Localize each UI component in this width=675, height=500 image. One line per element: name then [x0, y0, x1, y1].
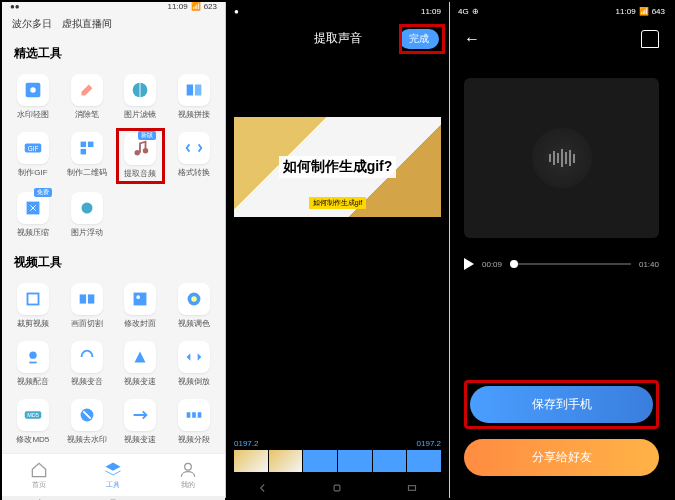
- badge: 免费: [34, 188, 52, 197]
- tool-split[interactable]: 画面切割: [62, 279, 112, 333]
- tool-speed[interactable]: 视频变速: [116, 337, 166, 391]
- header-tabs: 波尔多日 虚拟直播间: [2, 11, 225, 37]
- tool-label: 画面切割: [71, 318, 103, 329]
- time-total: 01:40: [639, 260, 659, 269]
- home-icon: [29, 460, 49, 480]
- play-button-icon[interactable]: [464, 258, 474, 270]
- tool-dub[interactable]: 视频配音: [8, 337, 58, 391]
- nav-me[interactable]: 我的: [178, 460, 198, 490]
- tool-label: 制作二维码: [67, 167, 107, 178]
- vjoin-icon: [178, 74, 210, 106]
- tool-label: 提取音频: [124, 168, 156, 179]
- share-button[interactable]: 分享给好友: [464, 439, 659, 476]
- speed2-icon: [124, 399, 156, 431]
- float-icon: [71, 192, 103, 224]
- status-bar: ● 11:09: [226, 2, 449, 20]
- extract-header: 提取声音 完成: [226, 20, 449, 57]
- highlight-done: [399, 24, 445, 54]
- tool-eraser[interactable]: 消除笔: [62, 70, 112, 124]
- tool-convert[interactable]: 格式转换: [169, 128, 219, 184]
- tab-1[interactable]: 波尔多日: [12, 17, 52, 31]
- nav-home-icon[interactable]: [106, 496, 120, 500]
- tool-label: 视频配音: [17, 376, 49, 387]
- save-button[interactable]: 保存到手机: [470, 386, 653, 423]
- tool-qr[interactable]: 制作二维码: [62, 128, 112, 184]
- phone-3-result: 4G⊕ 11:09📶643 ← 00:09: [450, 2, 673, 498]
- tab-2[interactable]: 虚拟直播间: [62, 17, 112, 31]
- audio-visualizer: [464, 78, 659, 238]
- tool-crop[interactable]: 裁剪视频: [8, 279, 58, 333]
- page-title: 提取声音: [314, 30, 362, 47]
- tool-vjoin[interactable]: 视频拼接: [169, 70, 219, 124]
- tool-label: 视频去水印: [67, 434, 107, 445]
- tool-label: 视频拼接: [178, 109, 210, 120]
- color-icon: [178, 283, 210, 315]
- nav-recent-icon[interactable]: [405, 481, 419, 495]
- tool-music[interactable]: 提取音频新版: [116, 128, 166, 184]
- tool-label: 制作GIF: [18, 167, 47, 178]
- tool-speed2[interactable]: 视频变速: [116, 395, 166, 449]
- tool-label: 视频倒放: [178, 376, 210, 387]
- svg-rect-8: [80, 149, 86, 155]
- nav-home-icon[interactable]: [330, 481, 344, 495]
- voice-icon: [71, 341, 103, 373]
- filter-icon: [124, 74, 156, 106]
- tool-seg[interactable]: 视频分段: [169, 395, 219, 449]
- eraser-icon: [71, 74, 103, 106]
- convert-icon: [178, 132, 210, 164]
- timeline-thumbs[interactable]: [234, 450, 441, 472]
- nav-home[interactable]: 首页: [29, 460, 49, 490]
- tool-gif[interactable]: GIF制作GIF: [8, 128, 58, 184]
- svg-point-1: [30, 87, 36, 93]
- system-nav: [2, 496, 225, 500]
- nav-tools[interactable]: 工具: [103, 460, 123, 490]
- nav-back-icon[interactable]: [32, 496, 46, 500]
- progress-bar[interactable]: [510, 263, 631, 265]
- phone-1-tools: ●● 11:09📶623 波尔多日 虚拟直播间 精选工具 水印轻图消除笔图片滤镜…: [2, 2, 226, 498]
- timeline[interactable]: 0197.2 0197.2: [234, 439, 441, 472]
- badge: 新版: [138, 131, 156, 140]
- tool-label: 视频调色: [178, 318, 210, 329]
- time-current: 00:09: [482, 260, 502, 269]
- svg-point-27: [184, 463, 191, 470]
- svg-point-19: [191, 296, 197, 302]
- tool-float[interactable]: 图片浮动: [62, 188, 112, 242]
- highlight-save: 保存到手机: [464, 380, 659, 429]
- bottom-nav: 首页工具我的: [2, 453, 225, 496]
- svg-rect-2: [187, 85, 193, 96]
- tool-label: 裁剪视频: [17, 318, 49, 329]
- svg-rect-26: [198, 412, 202, 418]
- dub-icon: [17, 341, 49, 373]
- md5-icon: MD5: [17, 399, 49, 431]
- section-featured-title: 精选工具: [2, 37, 225, 66]
- tool-filter[interactable]: 图片滤镜: [116, 70, 166, 124]
- crop-icon: [17, 283, 49, 315]
- tool-label: 视频分段: [178, 434, 210, 445]
- nav-recent-icon[interactable]: [181, 496, 195, 500]
- tool-md5[interactable]: MD5修改MD5: [8, 395, 58, 449]
- video-overlay-text: 如何制作生成gif?: [279, 156, 397, 178]
- svg-rect-16: [134, 293, 147, 306]
- tool-voice[interactable]: 视频变音: [62, 337, 112, 391]
- home-icon[interactable]: [641, 30, 659, 48]
- svg-rect-31: [408, 486, 415, 491]
- status-bar: 4G⊕ 11:09📶643: [450, 2, 673, 20]
- tool-cover[interactable]: 修改封面: [116, 279, 166, 333]
- back-arrow-icon[interactable]: ←: [464, 30, 480, 48]
- gif-icon: GIF: [17, 132, 49, 164]
- status-bar: ●● 11:09📶623: [2, 2, 225, 11]
- tool-color[interactable]: 视频调色: [169, 279, 219, 333]
- tool-label: 图片滤镜: [124, 109, 156, 120]
- tool-watermark[interactable]: 水印轻图: [8, 70, 58, 124]
- tool-reverse[interactable]: 视频倒放: [169, 337, 219, 391]
- svg-rect-7: [88, 142, 94, 148]
- nav-back-icon[interactable]: [256, 481, 270, 495]
- svg-point-20: [29, 352, 36, 359]
- video-preview[interactable]: 如何制作生成gif? 如何制作生成gif: [234, 117, 441, 217]
- svg-rect-13: [27, 294, 38, 305]
- tool-dewat[interactable]: 视频去水印: [62, 395, 112, 449]
- tool-label: 水印轻图: [17, 109, 49, 120]
- seg-icon: [178, 399, 210, 431]
- tool-compress[interactable]: 视频压缩免费: [8, 188, 58, 242]
- nav-label: 我的: [181, 480, 195, 490]
